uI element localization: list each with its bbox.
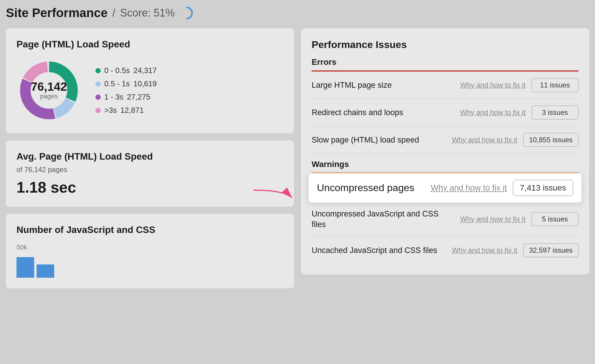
donut-total: 76,142 — [31, 81, 67, 92]
error-row-0: Large HTML page size Why and how to fix … — [312, 72, 579, 99]
legend-item-0: 0 - 0.5s 24,317 — [95, 66, 157, 75]
error-row-1: Redirect chains and loops Why and how to… — [312, 99, 579, 126]
legend-dot-0 — [95, 68, 101, 73]
legend-value-3: 12,871 — [120, 106, 144, 115]
legend-value-2: 27,275 — [127, 92, 151, 102]
load-speed-card: Page (HTML) Load Speed 76,142 — [6, 28, 294, 133]
warning-row-1: Uncompressed JavaScript and CSS files Wh… — [312, 202, 579, 237]
legend-value-0: 24,317 — [133, 66, 157, 75]
legend-item-1: 0.5 - 1s 10,619 — [95, 79, 157, 88]
page-header: Site Performance / Score: 51% — [6, 6, 589, 20]
highlighted-row-wrapper: Uncompressed pages Why and how to fix it… — [312, 173, 579, 203]
legend-dot-3 — [95, 108, 101, 113]
error-link-1[interactable]: Why and how to fix it — [460, 108, 525, 117]
donut-legend: 0 - 0.5s 24,317 0.5 - 1s 10,619 1 - 3s 2… — [95, 66, 157, 115]
warnings-section: Warnings Uncompressed pages — [312, 160, 579, 264]
bar-chart — [16, 254, 283, 278]
warning-badge-1: 5 issues — [531, 212, 579, 226]
error-link-2[interactable]: Why and how to fix it — [452, 135, 517, 145]
pink-arrow-icon — [241, 188, 306, 206]
warning-link-2[interactable]: Why and how to fix it — [452, 246, 517, 255]
donut-chart: 76,142 pages — [16, 58, 81, 123]
js-css-title: Number of JavaScript and CSS — [16, 224, 283, 235]
score-separator: / — [112, 7, 115, 19]
perf-issues-title: Performance Issues — [312, 39, 579, 50]
warnings-label: Warnings — [312, 160, 579, 169]
legend-item-2: 1 - 3s 27,275 — [95, 92, 157, 102]
legend-item-3: >3s 12,871 — [95, 106, 157, 115]
left-column: Page (HTML) Load Speed 76,142 — [6, 28, 294, 288]
error-name-1: Redirect chains and loops — [312, 107, 454, 118]
error-name-0: Large HTML page size — [312, 80, 454, 90]
warning-name-2: Uncached JavaScript and CSS files — [312, 245, 446, 256]
score-circle-icon — [180, 6, 193, 20]
legend-value-1: 10,619 — [133, 79, 157, 88]
warning-name-1: Uncompressed JavaScript and CSS files — [312, 209, 454, 230]
warning-link-1[interactable]: Why and how to fix it — [460, 214, 525, 224]
main-grid: Page (HTML) Load Speed 76,142 — [6, 28, 589, 288]
legend-label-0: 0 - 0.5s — [104, 66, 130, 75]
legend-label-2: 1 - 3s — [104, 92, 123, 102]
warning-row-2: Uncached JavaScript and CSS files Why an… — [312, 237, 579, 264]
right-column: Performance Issues Errors Large HTML pag… — [301, 28, 589, 288]
legend-label-1: 0.5 - 1s — [104, 79, 130, 88]
error-row-2: Slow page (HTML) load speed Why and how … — [312, 126, 579, 154]
warning-badge-2: 32,597 issues — [523, 243, 579, 257]
error-badge-2: 10,855 issues — [523, 133, 579, 147]
warning-link-0[interactable]: Why and how to fix it — [431, 182, 507, 193]
legend-dot-2 — [95, 95, 101, 100]
legend-dot-1 — [95, 81, 101, 87]
avg-speed-subtitle: of 76,142 pages — [16, 166, 283, 174]
donut-center: 76,142 pages — [31, 81, 67, 100]
page-title: Site Performance — [6, 6, 108, 20]
legend-label-3: >3s — [104, 106, 117, 115]
donut-label: pages — [31, 92, 67, 100]
warning-row-highlighted: Uncompressed pages Why and how to fix it… — [309, 173, 581, 203]
error-link-0[interactable]: Why and how to fix it — [460, 80, 525, 90]
bar-item — [37, 264, 54, 278]
avg-speed-title: Avg. Page (HTML) Load Speed — [16, 151, 283, 162]
js-css-card: Number of JavaScript and CSS 50k — [6, 214, 294, 288]
score-label: Score: 51% — [120, 7, 175, 19]
warning-name-0: Uncompressed pages — [317, 181, 425, 195]
donut-section: 76,142 pages 0 - 0.5s 24,317 0.5 - 1s 10… — [16, 58, 283, 123]
error-badge-0: 11 issues — [531, 78, 579, 92]
bar-item — [16, 257, 34, 278]
errors-label: Errors — [312, 57, 579, 67]
warning-badge-0: 7,413 issues — [513, 180, 573, 196]
error-badge-1: 3 issues — [531, 105, 579, 120]
bar-chart-label: 50k — [16, 244, 283, 251]
performance-issues-card: Performance Issues Errors Large HTML pag… — [301, 28, 589, 274]
error-name-2: Slow page (HTML) load speed — [312, 135, 446, 145]
load-speed-title: Page (HTML) Load Speed — [16, 39, 283, 50]
